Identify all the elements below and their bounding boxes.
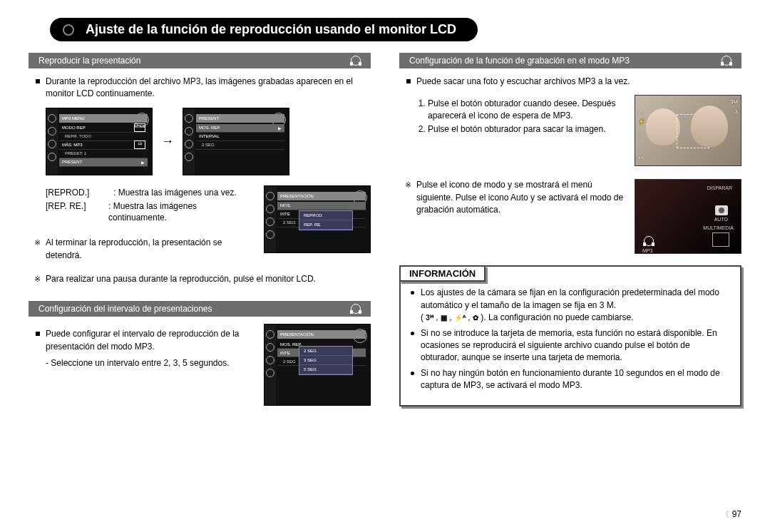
lcd-header: PRESENTACIÓN — [277, 192, 366, 200]
macro-icon: ✿ — [473, 313, 478, 324]
headphones-icon — [351, 56, 361, 66]
def-desc: : Muestra las imágenes una vez. — [113, 187, 237, 199]
lcd-row: INTERVAL — [199, 134, 220, 138]
def-term: [REP. RE.] — [46, 200, 108, 225]
page-number: 97 — [721, 508, 741, 521]
sub-paragraph: - Seleccione un intervalo entre 2, 3, 5 … — [46, 357, 247, 369]
multimedia-icon — [712, 232, 729, 247]
metering-icon: ▦ — [441, 313, 447, 324]
info-bullet: Si no se introduce la tarjeta de memoria… — [411, 327, 730, 364]
resolution-icon: 3ᴹ — [426, 313, 433, 324]
paragraph: Puede sacar una foto y escuchar archivos… — [416, 76, 734, 88]
step: Pulse el botón obturador cuando desee. D… — [428, 98, 626, 122]
resolution-badge: 3M — [730, 98, 738, 105]
paragraph: Puede configurar el intervalo de reprodu… — [46, 328, 247, 353]
info-heading: INFORMACIÓN — [399, 265, 486, 282]
headphones-icon — [351, 304, 361, 314]
note: Al terminar la reproducción, la presenta… — [46, 237, 247, 262]
lcd-screen-a: MP3 MENU MODO REPMODE REPR. TODO MÁS. MP… — [46, 108, 153, 175]
lcd-row: MÁS. MP3 — [62, 143, 83, 147]
option: REPROD. — [299, 211, 352, 220]
mode-label: MP3 — [642, 248, 652, 253]
lcd-screen-interval: PRESENTACIÓN MOS. REP. INTE 2 SEG 2 SEG.… — [264, 324, 371, 406]
lcd-row: INTE — [280, 212, 290, 216]
lcd-row: INTE — [280, 351, 290, 355]
def-desc: : Muestra las imágenes continuamente. — [108, 200, 247, 225]
left-column: Reproducir la presentación Durante la re… — [29, 50, 371, 406]
section-title: Reproducir la presentación — [38, 56, 140, 66]
lcd-header: PRESENT. — [196, 114, 284, 123]
lcd-row: MOS. — [280, 203, 291, 208]
mode-badge: MODE — [134, 123, 145, 132]
page-title: Ajuste de la función de reproducción usa… — [50, 18, 478, 41]
lcd-subrow: REPR. TODO — [65, 134, 91, 138]
manual-page: Ajuste de la función de reproducción usa… — [0, 0, 770, 532]
lcd-subrow: 2 SEG — [283, 220, 296, 225]
step: Pulse el botón obturador para sacar la i… — [428, 123, 626, 135]
headphones-icon — [722, 56, 732, 66]
right-column: Configuración de la función de grabación… — [399, 50, 741, 406]
def-term: [REPROD.] — [46, 187, 113, 199]
section-heading-interval: Configuración del intervalo de presentac… — [29, 301, 371, 317]
flash-auto-icon: ⚡ᴬ — [454, 313, 466, 324]
info-bullet: Los ajustes de la cámara se fijan en la … — [411, 287, 730, 324]
info-bullet: Si no hay ningún botón en funcionamiento… — [411, 367, 730, 392]
two-column-layout: Reproducir la presentación Durante la re… — [29, 50, 741, 406]
section-heading-slideshow: Reproducir la presentación — [29, 53, 371, 68]
mode-label: DISPARAR — [707, 185, 732, 190]
note: Pulse el icono de modo y se mostrará el … — [416, 179, 626, 216]
lcd-row-highlight: PRESENT. — [62, 160, 83, 164]
section-title: Configuración de la función de grabación… — [409, 56, 630, 66]
paragraph: Durante la reproducción del archivo MP3,… — [46, 76, 364, 101]
dropdown-overlay: 2 SEG. 3 SEG. 5 SEG. — [299, 346, 353, 375]
lcd-screen-c: PRESENTACIÓN MOS. INTE 2 SEG REPROD. REP… — [264, 185, 371, 253]
headphones-icon — [644, 236, 654, 246]
dropdown-overlay: REPROD. REP. RE. — [299, 210, 353, 230]
numbered-steps: Pulse el botón obturador cuando desee. D… — [416, 96, 626, 136]
option: 5 SEG. — [299, 365, 352, 374]
mode-screen: DISPARAR AUTO MULTIMEDIA MP3 — [635, 179, 741, 254]
lcd-header: PRESENTACIÓN — [277, 330, 366, 339]
definition-list: [REPROD.]: Muestra las imágenes una vez.… — [46, 187, 247, 224]
lcd-subrow: PREDET. 1 — [65, 151, 86, 155]
information-box: INFORMACIÓN Los ajustes de la cámara se … — [399, 265, 741, 406]
mode-label: MULTIMEDIA — [703, 225, 734, 230]
mode-label: AUTO — [714, 217, 728, 222]
lcd-subrow: 2 SEG — [283, 359, 296, 364]
arrow-right-icon: → — [161, 134, 174, 149]
section-heading-record: Configuración de la función de grabación… — [399, 53, 741, 68]
lcd-screen-b: PRESENT. MOS. REP.▶ INTERVAL 2 SEG — [183, 108, 289, 175]
lcd-sequence: MP3 MENU MODO REPMODE REPR. TODO MÁS. MP… — [46, 108, 371, 175]
option: 2 SEG. — [299, 347, 352, 356]
option: 3 SEG. — [299, 356, 352, 365]
lcd-row-highlight: MOS. REP. — [199, 126, 220, 130]
sample-photo: 3M 3 ♬ ⚡ ↩ — [635, 95, 741, 166]
section-title: Configuración del intervalo de presentac… — [38, 304, 212, 314]
camera-icon — [715, 205, 728, 215]
lcd-row: MODO REP — [62, 126, 86, 130]
count-badge: 3 — [735, 108, 738, 115]
note: Para realizar una pausa durante la repro… — [46, 273, 364, 285]
option: REP. RE. — [299, 220, 352, 230]
lcd-subrow: 2 SEG — [202, 143, 215, 147]
lcd-header: MP3 MENU — [59, 114, 148, 123]
